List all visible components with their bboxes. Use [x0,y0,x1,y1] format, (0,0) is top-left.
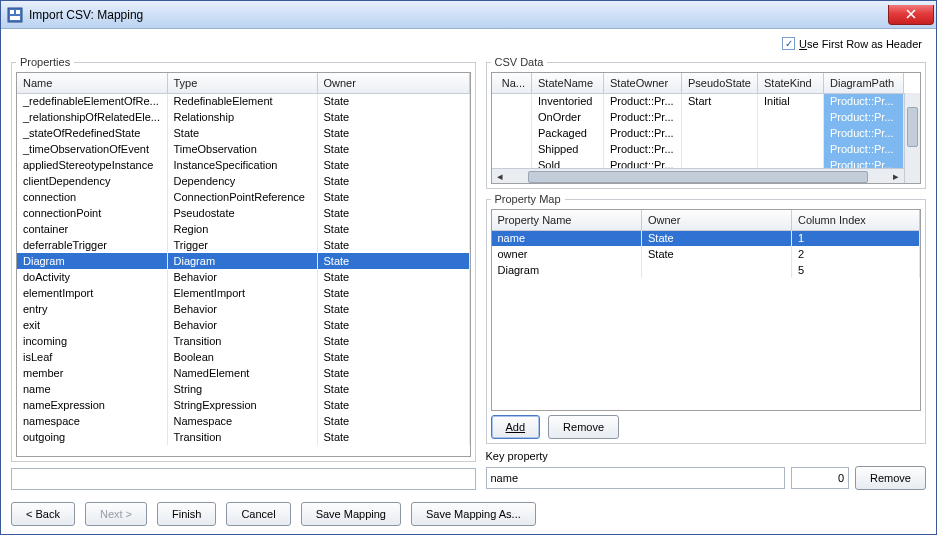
properties-cell-type: Behavior [167,317,317,333]
csv-cell: Product::Pr... [824,125,904,141]
properties-col-name[interactable]: Name [17,73,167,93]
csv-row[interactable]: SoldProduct::Pr...Product::Pr... [492,157,904,168]
finish-button[interactable]: Finish [157,502,216,526]
properties-row[interactable]: namespaceNamespaceState [17,413,469,429]
key-index-input[interactable] [791,467,849,489]
remove-button[interactable]: Remove [548,415,619,439]
key-remove-button[interactable]: Remove [855,466,926,490]
properties-row[interactable]: exitBehaviorState [17,317,469,333]
properties-table[interactable]: Name Type Owner _redefinableElementOfRe.… [16,72,471,457]
csv-col-4[interactable]: StateKind [758,73,824,93]
window-close-button[interactable] [888,5,934,25]
pmap-cell-owner [642,262,792,278]
scroll-left-icon[interactable]: ◂ [492,169,508,185]
properties-cell-type: Behavior [167,301,317,317]
properties-row[interactable]: elementImportElementImportState [17,285,469,301]
properties-row[interactable]: nameExpressionStringExpressionState [17,397,469,413]
csv-row[interactable]: OnOrderProduct::Pr...Product::Pr... [492,109,904,125]
save-mapping-as-button[interactable]: Save Mapping As... [411,502,536,526]
csv-col-1[interactable]: StateName [532,73,604,93]
csv-row[interactable]: PackagedProduct::Pr...Product::Pr... [492,125,904,141]
pmap-col-name[interactable]: Property Name [492,210,642,230]
properties-cell-name: _redefinableElementOfRe... [17,93,167,109]
wizard-footer: < Back Next > Finish Cancel Save Mapping… [11,496,926,526]
back-button[interactable]: < Back [11,502,75,526]
pmap-row[interactable]: Diagram5 [492,262,920,278]
properties-cell-owner: State [317,349,469,365]
properties-cell-type: Behavior [167,269,317,285]
properties-cell-name: _stateOfRedefinedState [17,125,167,141]
properties-cell-type: TimeObservation [167,141,317,157]
properties-filter-input[interactable] [11,468,476,490]
properties-row[interactable]: _timeObservationOfEventTimeObservationSt… [17,141,469,157]
csv-cell: Product::Pr... [824,93,904,109]
properties-cell-name: clientDependency [17,173,167,189]
properties-cell-type: Trigger [167,237,317,253]
csv-cell: Packaged [532,125,604,141]
pmap-cell-name: name [492,230,642,246]
properties-row[interactable]: connectionConnectionPointReferenceState [17,189,469,205]
properties-row[interactable]: connectionPointPseudostateState [17,205,469,221]
properties-row[interactable]: memberNamedElementState [17,365,469,381]
csv-vscroll[interactable] [904,93,920,183]
properties-row[interactable]: _redefinableElementOfRe...RedefinableEle… [17,93,469,109]
properties-col-owner[interactable]: Owner [317,73,469,93]
properties-row[interactable]: entryBehaviorState [17,301,469,317]
key-property-input[interactable] [486,467,786,489]
csv-cell: Product::Pr... [824,157,904,168]
properties-cell-name: outgoing [17,429,167,445]
properties-cell-name: name [17,381,167,397]
properties-row[interactable]: _relationshipOfRelatedEle...Relationship… [17,109,469,125]
csv-row[interactable]: InventoriedProduct::Pr...StartInitialPro… [492,93,904,109]
properties-row[interactable]: DiagramDiagramState [17,253,469,269]
properties-cell-name: _timeObservationOfEvent [17,141,167,157]
properties-cell-name: container [17,221,167,237]
properties-cell-owner: State [317,253,469,269]
pmap-cell-col: 5 [792,262,920,278]
csv-col-3[interactable]: PseudoState [682,73,758,93]
pmap-row[interactable]: nameState1 [492,230,920,246]
csv-cell [758,157,824,168]
csv-col-5[interactable]: DiagramPath [824,73,904,93]
properties-cell-type: Transition [167,429,317,445]
properties-cell-type: Region [167,221,317,237]
properties-row[interactable]: nameStringState [17,381,469,397]
properties-row[interactable]: outgoingTransitionState [17,429,469,445]
csv-col-0[interactable]: Na... [492,73,532,93]
csv-cell [682,141,758,157]
properties-row[interactable]: isLeafBooleanState [17,349,469,365]
pmap-cell-owner: State [642,246,792,262]
properties-cell-type: Namespace [167,413,317,429]
pmap-row[interactable]: ownerState2 [492,246,920,262]
properties-row[interactable]: deferrableTriggerTriggerState [17,237,469,253]
property-map-table[interactable]: Property Name Owner Column Index nameSta… [491,209,922,411]
csv-data-group: CSV Data Na... StateName StateOwner Pseu… [486,56,927,189]
pmap-cell-name: owner [492,246,642,262]
add-button[interactable]: Add [491,415,541,439]
properties-cell-name: entry [17,301,167,317]
csv-hscroll[interactable]: ◂ ▸ [492,168,905,184]
titlebar[interactable]: Import CSV: Mapping [1,1,936,29]
csv-cell [758,109,824,125]
properties-cell-type: Transition [167,333,317,349]
csv-row[interactable]: ShippedProduct::Pr...Product::Pr... [492,141,904,157]
properties-cell-type: InstanceSpecification [167,157,317,173]
csv-cell: Product::Pr... [824,109,904,125]
scroll-right-icon[interactable]: ▸ [888,169,904,185]
properties-row[interactable]: containerRegionState [17,221,469,237]
use-first-row-checkbox[interactable]: ✓ [782,37,795,50]
cancel-button[interactable]: Cancel [226,502,290,526]
csv-col-2[interactable]: StateOwner [604,73,682,93]
next-button: Next > [85,502,147,526]
pmap-col-owner[interactable]: Owner [642,210,792,230]
properties-row[interactable]: appliedStereotypeInstanceInstanceSpecifi… [17,157,469,173]
properties-row[interactable]: doActivityBehaviorState [17,269,469,285]
save-mapping-button[interactable]: Save Mapping [301,502,401,526]
properties-col-type[interactable]: Type [167,73,317,93]
csv-table[interactable]: Na... StateName StateOwner PseudoState S… [491,72,922,184]
properties-cell-owner: State [317,109,469,125]
properties-row[interactable]: _stateOfRedefinedStateStateState [17,125,469,141]
properties-row[interactable]: clientDependencyDependencyState [17,173,469,189]
pmap-col-index[interactable]: Column Index [792,210,920,230]
properties-row[interactable]: incomingTransitionState [17,333,469,349]
